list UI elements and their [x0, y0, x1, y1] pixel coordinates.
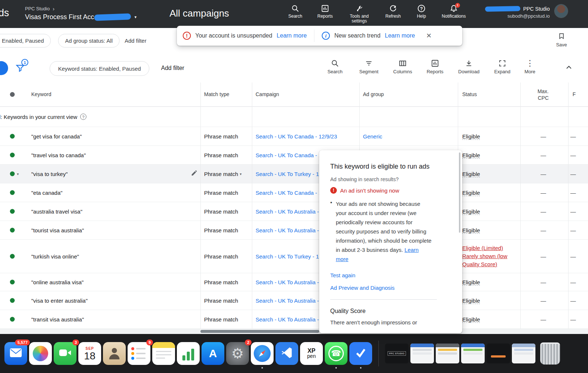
status-badge[interactable]: Eligible: [462, 298, 480, 304]
reports-button[interactable]: Reports: [421, 59, 449, 74]
account-info[interactable]: PPC Studio subodh@ppcstud.io: [485, 6, 550, 19]
status-badge-limited[interactable]: Eligible (Limited): [462, 245, 503, 251]
campaign-link[interactable]: Search - UK To Australia -: [256, 279, 319, 285]
status-dot-header-icon[interactable]: [10, 92, 15, 97]
column-header-keyword[interactable]: Keyword: [31, 91, 51, 97]
status-badge[interactable]: Eligible: [462, 152, 480, 159]
breadcrumb[interactable]: PPC Studio ›: [25, 6, 54, 12]
topbar-help-button[interactable]: Help: [406, 4, 437, 19]
keyword-cell[interactable]: "australia travel visa": [31, 208, 82, 215]
trash-icon[interactable]: [540, 342, 560, 365]
dock-chart-app[interactable]: [177, 342, 200, 365]
status-badge-rarely-shown[interactable]: Rarely shown (low Quality Score): [462, 253, 507, 267]
topbar-tools-button[interactable]: Tools and settings: [343, 4, 375, 24]
column-header-ad-group[interactable]: Ad group: [363, 91, 384, 97]
dock-notes-app[interactable]: [152, 342, 175, 365]
horizontal-scrollbar-thumb[interactable]: [200, 330, 319, 333]
status-badge[interactable]: Eligible: [462, 279, 480, 286]
learn-more-link[interactable]: Learn more: [385, 32, 415, 39]
expand-button[interactable]: Expand: [488, 59, 517, 74]
keyword-cell[interactable]: "eta canada": [31, 190, 63, 196]
add-filter-button[interactable]: Add filter: [161, 65, 184, 71]
window-thumbnail[interactable]: [410, 344, 434, 363]
table-row[interactable]: "eta canada" Phrase match Search - UK To…: [0, 183, 588, 202]
column-header-max-cpc[interactable]: Max. CPC: [526, 88, 549, 101]
dock-xppen-app[interactable]: XP pen: [300, 342, 323, 365]
ad-group-link[interactable]: Generic: [363, 133, 382, 140]
topbar-search-button[interactable]: Search: [279, 4, 311, 19]
table-row[interactable]: "travel visa to canada" Phrase match Sea…: [0, 146, 588, 165]
dock-appstore-app[interactable]: [202, 342, 224, 365]
status-badge[interactable]: Eligible: [462, 316, 480, 323]
table-row[interactable]: "visa to enter australia" Phrase match S…: [0, 291, 588, 310]
chevron-down-icon[interactable]: ▾: [17, 172, 19, 176]
status-badge[interactable]: Eligible: [462, 208, 480, 215]
table-row[interactable]: "online australia visa" Phrase match Sea…: [0, 273, 588, 291]
campaign-link[interactable]: Search - UK To Turkey - 13: [256, 171, 322, 177]
topbar-reports-button[interactable]: Reports: [309, 4, 341, 19]
column-header-status[interactable]: Status: [462, 91, 477, 97]
window-thumbnail[interactable]: [436, 344, 459, 363]
status-badge[interactable]: Eligible: [462, 190, 480, 196]
column-header-f[interactable]: F: [573, 91, 576, 97]
topbar-notifications-button[interactable]: Notifications: [438, 4, 470, 19]
campaign-link[interactable]: Search - UK To Australia -: [256, 316, 319, 323]
table-row[interactable]: "get visa for canada" Phrase match Searc…: [0, 127, 588, 146]
keyword-cell[interactable]: "tourist visa australia": [31, 227, 84, 233]
avatar[interactable]: [554, 4, 568, 18]
table-row-hovered[interactable]: ▾ "visa to turkey" Phrase match ▾ Search…: [0, 165, 588, 183]
status-filter-chip[interactable]: Enabled, Paused: [0, 34, 51, 47]
window-thumbnail[interactable]: [487, 344, 510, 363]
keyword-cell[interactable]: "travel visa to canada": [31, 152, 86, 158]
status-badge[interactable]: Eligible: [462, 171, 480, 177]
dock-safari-app[interactable]: [251, 342, 274, 365]
learn-more-link[interactable]: Learn more: [277, 32, 307, 39]
table-row[interactable]: "transit visa australia" Phrase match Se…: [0, 310, 588, 329]
segment-button[interactable]: Segment: [354, 59, 383, 74]
dock-contacts-app[interactable]: [103, 342, 126, 365]
left-nav-fragment[interactable]: ds: [0, 7, 9, 19]
campaign-link[interactable]: Search - UK To Canada - 12/9/23: [256, 133, 337, 140]
chevron-down-icon[interactable]: ▾: [240, 172, 242, 176]
dock-settings-app[interactable]: 2: [226, 342, 249, 365]
more-button[interactable]: ⋮ More: [516, 59, 544, 74]
dock-mail-app[interactable]: 5,577: [4, 342, 27, 365]
campaign-link[interactable]: Search - UK To Australia -: [256, 298, 319, 304]
account-selector[interactable]: Visas Process First Acc ▾: [25, 13, 136, 21]
topbar-refresh-button[interactable]: Refresh: [377, 4, 409, 19]
keyword-cell[interactable]: "transit visa australia": [31, 316, 84, 323]
test-again-link[interactable]: Test again: [330, 272, 452, 278]
search-table-button[interactable]: Search: [321, 59, 349, 74]
keyword-cell[interactable]: "get visa for canada": [31, 133, 82, 140]
help-icon[interactable]: [80, 114, 86, 120]
window-thumbnail[interactable]: [461, 344, 485, 363]
campaign-link[interactable]: Search - UK To Turkey - 13: [256, 253, 322, 260]
save-button[interactable]: Save: [551, 32, 572, 47]
campaign-link[interactable]: Search - UK To Australia -: [256, 208, 319, 215]
adgroup-status-filter-chip[interactable]: Ad group status: All: [58, 34, 120, 47]
dock-tasks-app[interactable]: [349, 342, 372, 365]
dock-reminders-app[interactable]: 9: [128, 342, 150, 365]
campaign-link[interactable]: Search - UK To Canada - 1: [256, 152, 322, 158]
window-thumbnail[interactable]: [512, 344, 535, 363]
keyword-cell[interactable]: "turkish visa online": [31, 253, 79, 260]
filter-fab[interactable]: [0, 61, 8, 75]
download-button[interactable]: Download: [455, 59, 483, 74]
table-row[interactable]: "tourist visa australia" Phrase match Se…: [0, 221, 588, 240]
keyword-cell[interactable]: "visa to turkey": [31, 171, 68, 177]
status-badge[interactable]: Eligible: [462, 227, 480, 234]
dock-calendar-app[interactable]: SEP 18: [78, 342, 101, 365]
ad-preview-link[interactable]: Ad Preview and Diagnosis: [330, 285, 452, 291]
dock-vscode-app[interactable]: [275, 342, 298, 365]
keyword-cell[interactable]: "visa to enter australia": [31, 298, 88, 304]
keyword-status-chip[interactable]: Keyword status: Enabled, Paused: [50, 61, 149, 76]
column-header-match-type[interactable]: Match type: [204, 91, 229, 97]
breadcrumb-account[interactable]: PPC Studio: [25, 6, 50, 11]
window-thumbnail[interactable]: PPC STUDIO: [385, 344, 409, 363]
table-row[interactable]: "turkish visa online" Phrase match Searc…: [0, 240, 588, 273]
dock-facetime-app[interactable]: 3: [54, 342, 76, 365]
dock-whatsapp-app[interactable]: [325, 342, 348, 365]
status-badge[interactable]: Eligible: [462, 133, 480, 140]
close-icon[interactable]: [424, 31, 433, 40]
popup-scrollbar[interactable]: [459, 152, 460, 233]
